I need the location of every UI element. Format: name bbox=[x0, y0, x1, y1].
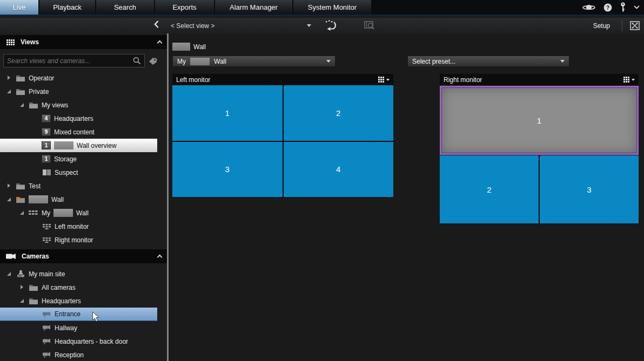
search-icon[interactable] bbox=[133, 57, 141, 65]
tag-icon[interactable] bbox=[148, 57, 158, 65]
view-count-badge: 1 bbox=[42, 155, 51, 163]
expander-expanded-icon[interactable] bbox=[19, 102, 25, 108]
tab-label: Exports bbox=[172, 3, 196, 11]
layout-selector-button[interactable] bbox=[623, 77, 635, 83]
search-box bbox=[3, 54, 145, 67]
tree-item-label: Storage bbox=[54, 155, 77, 163]
tab-exports[interactable]: Exports bbox=[155, 0, 214, 15]
camera-item-hallway[interactable]: Hallway bbox=[0, 321, 157, 335]
chevron-down-icon[interactable] bbox=[634, 5, 640, 9]
collapse-sidebar-icon[interactable] bbox=[154, 21, 159, 30]
preset-selector-dropdown[interactable]: Select preset... bbox=[407, 56, 569, 67]
expander-expanded-icon[interactable] bbox=[19, 210, 25, 216]
tab-playback[interactable]: Playback bbox=[39, 0, 95, 15]
expander-collapsed-icon[interactable] bbox=[6, 75, 12, 81]
evidence-lock-search-icon[interactable] bbox=[364, 21, 375, 33]
wall-tile-left-2[interactable]: 2 bbox=[284, 85, 394, 141]
right-monitor-header: Right monitor bbox=[440, 74, 639, 85]
camera-item-all-cameras[interactable]: All cameras bbox=[0, 281, 157, 294]
wall-tile-right-3[interactable]: 3 bbox=[540, 155, 639, 223]
views-panel-title: Views bbox=[21, 38, 152, 46]
main-tab-bar: LivePlaybackSearchExportsAlarm ManagerSy… bbox=[0, 0, 644, 16]
camera-item-my-main-site[interactable]: My main site bbox=[0, 267, 157, 281]
cameras-panel-header[interactable]: Cameras bbox=[0, 249, 167, 263]
view-item-test[interactable]: Test bbox=[0, 179, 157, 193]
view-item-suspect[interactable]: Suspect bbox=[0, 166, 157, 179]
view-item-wall[interactable]: Wall bbox=[0, 193, 157, 206]
camera-icon bbox=[42, 351, 51, 358]
site-icon bbox=[16, 270, 25, 278]
sidebar: Views OperatorPrivateMy views4Headquarte… bbox=[0, 33, 167, 361]
expander-spacer bbox=[32, 115, 38, 121]
expander-collapsed-icon[interactable] bbox=[19, 284, 25, 290]
revert-view-icon[interactable] bbox=[324, 20, 337, 33]
tab-system-monitor[interactable]: System Monitor bbox=[293, 0, 371, 15]
tree-item-label-prefix: My bbox=[42, 209, 50, 217]
monitor-icon bbox=[42, 237, 51, 243]
expander-collapsed-icon[interactable] bbox=[6, 183, 12, 189]
folder-icon bbox=[29, 101, 38, 109]
tab-search[interactable]: Search bbox=[96, 0, 154, 15]
wall-tile-right-2[interactable]: 2 bbox=[440, 155, 539, 223]
help-icon[interactable]: ? bbox=[603, 3, 612, 12]
view-item-wall-overview[interactable]: 1Wall overview bbox=[0, 139, 157, 152]
search-input[interactable] bbox=[7, 57, 133, 65]
redacted-block bbox=[53, 209, 73, 217]
wall-tile-left-3[interactable]: 3 bbox=[172, 142, 283, 197]
login-key-icon[interactable] bbox=[620, 2, 626, 12]
expander-spacer bbox=[32, 325, 38, 331]
view-item-operator[interactable]: Operator bbox=[0, 71, 157, 85]
view-item-headquarters[interactable]: 4Headquarters bbox=[0, 112, 157, 125]
expander-spacer bbox=[32, 352, 38, 358]
right-monitor-title: Right monitor bbox=[444, 76, 482, 84]
redacted-block bbox=[190, 58, 210, 65]
camera-item-headquarters[interactable]: Headquarters bbox=[0, 294, 157, 308]
layout-selector-button[interactable] bbox=[378, 77, 390, 83]
left-monitor-title: Left monitor bbox=[176, 76, 210, 84]
cameras-panel-title: Cameras bbox=[22, 253, 152, 260]
view-item-left-monitor[interactable]: Left monitor bbox=[0, 220, 157, 233]
expander-spacer bbox=[32, 156, 38, 162]
redacted-block bbox=[29, 195, 48, 203]
expander-expanded-icon[interactable] bbox=[6, 271, 12, 277]
tree-item-label: Headquarters - back door bbox=[55, 338, 128, 345]
redacted-block bbox=[54, 141, 73, 149]
cloud-status-icon[interactable] bbox=[582, 4, 595, 11]
expander-spacer bbox=[32, 338, 38, 344]
camera-item-headquarters-back-door[interactable]: Headquarters - back door bbox=[0, 335, 157, 348]
camera-item-entrance[interactable]: Entrance bbox=[0, 308, 157, 321]
tree-item-label: Right monitor bbox=[55, 236, 93, 244]
wall-selector-dropdown[interactable]: My Wall bbox=[172, 56, 336, 67]
smart-client-window: LivePlaybackSearchExportsAlarm ManagerSy… bbox=[0, 0, 644, 361]
view-item-mixed-content[interactable]: 9Mixed content bbox=[0, 125, 157, 139]
tab-live[interactable]: Live bbox=[0, 0, 38, 15]
tree-item-label: Hallway bbox=[55, 324, 77, 332]
expander-expanded-icon[interactable] bbox=[6, 196, 12, 202]
toggle-window-mode-icon[interactable] bbox=[630, 21, 640, 30]
collapse-panel-icon[interactable] bbox=[157, 40, 163, 46]
tree-item-label: Reception bbox=[55, 351, 84, 359]
tab-alarm-manager[interactable]: Alarm Manager bbox=[215, 0, 292, 15]
view-count-badge: 1 bbox=[42, 141, 51, 149]
tree-item-label: Left monitor bbox=[55, 223, 89, 230]
camera-item-reception[interactable]: Reception bbox=[0, 348, 157, 361]
wall-tile-left-1[interactable]: 1 bbox=[172, 85, 283, 141]
view-selector-dropdown[interactable]: < Select view > bbox=[171, 20, 311, 31]
dropdown-caret-icon bbox=[632, 79, 635, 81]
expander-expanded-icon[interactable] bbox=[6, 88, 12, 94]
view-item-right-monitor[interactable]: Right monitor bbox=[0, 233, 157, 247]
view-item-private[interactable]: Private bbox=[0, 85, 157, 98]
wall-tile-left-4[interactable]: 4 bbox=[284, 142, 394, 197]
views-panel-header[interactable]: Views bbox=[0, 35, 167, 49]
view-item-storage[interactable]: 1Storage bbox=[0, 152, 157, 166]
tree-item-label: Wall bbox=[76, 209, 89, 217]
view-item-my-wall[interactable]: MyWall bbox=[0, 206, 157, 220]
tab-label: Playback bbox=[53, 3, 82, 11]
wall-tile-right-1-selected[interactable]: 1 bbox=[440, 86, 639, 155]
expander-expanded-icon[interactable] bbox=[19, 298, 25, 304]
setup-button[interactable]: Setup bbox=[593, 22, 614, 30]
collapse-panel-icon[interactable] bbox=[157, 255, 163, 260]
expander-spacer bbox=[32, 311, 38, 317]
tree-item-label: My views bbox=[42, 101, 68, 109]
view-item-my-views[interactable]: My views bbox=[0, 98, 157, 112]
